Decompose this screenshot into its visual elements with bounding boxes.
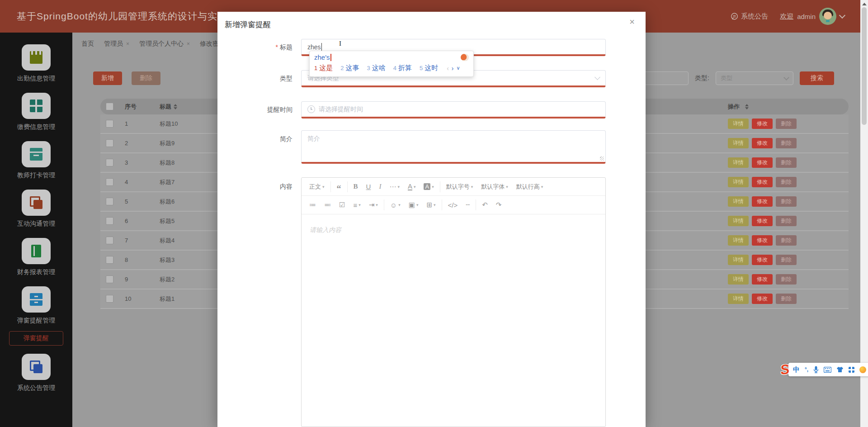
row-delete-button[interactable]: 删除 (776, 177, 797, 187)
edit-button[interactable]: 修改 (752, 274, 773, 285)
row-checkbox[interactable] (106, 256, 113, 264)
edit-button[interactable]: 修改 (752, 138, 773, 148)
sogou-logo-icon[interactable]: S (779, 362, 790, 377)
delete-button[interactable]: 删除 (132, 71, 160, 85)
skin-icon[interactable] (836, 366, 844, 373)
detail-button[interactable]: 详情 (728, 138, 749, 148)
sidebar-submenu-item-active[interactable]: 弹窗提醒 (9, 331, 63, 346)
toolbox-icon[interactable] (849, 367, 854, 373)
row-delete-button[interactable]: 删除 (776, 138, 797, 148)
sort-icon[interactable] (174, 104, 177, 109)
sidebar-item[interactable]: 弹窗提醒管理 (0, 286, 72, 325)
punctuation-icon[interactable]: °, (805, 366, 808, 373)
tab-close-icon[interactable]: × (187, 41, 190, 47)
sidebar-item[interactable]: 教师打卡管理 (0, 141, 72, 180)
edit-button[interactable]: 修改 (752, 119, 773, 129)
row-delete-button[interactable]: 删除 (776, 157, 797, 168)
tab-管理员个人中心[interactable]: 管理员个人中心× (139, 40, 190, 48)
editor-todo-list-icon[interactable]: ☑ (335, 201, 349, 209)
close-icon[interactable]: × (629, 17, 635, 26)
row-checkbox[interactable] (106, 275, 113, 283)
tab-管理员[interactable]: 管理员× (104, 40, 129, 48)
row-checkbox[interactable] (106, 198, 113, 205)
editor-undo-icon[interactable]: ↶ (478, 201, 492, 209)
edit-button[interactable]: 修改 (752, 235, 773, 246)
sidebar-item[interactable]: 出勤信息管理 (0, 44, 72, 83)
edit-button[interactable]: 修改 (752, 157, 773, 168)
sidebar-item[interactable]: 缴费信息管理 (0, 93, 72, 131)
editor-bullet-list-icon[interactable]: ≔ (305, 201, 320, 209)
row-checkbox[interactable] (106, 159, 113, 166)
editor-align-icon[interactable]: ≡▾ (349, 201, 364, 209)
detail-button[interactable]: 详情 (728, 177, 749, 187)
editor-ordered-list-icon[interactable]: ≕ (320, 201, 335, 209)
keyboard-icon[interactable] (824, 367, 831, 373)
resize-handle[interactable] (600, 157, 604, 161)
editor-bg-color-icon[interactable]: A▾ (420, 183, 438, 190)
add-button[interactable]: 新增 (93, 71, 122, 85)
detail-button[interactable]: 详情 (728, 216, 749, 226)
editor-code-icon[interactable]: </> (444, 201, 462, 209)
editor-quote-icon[interactable]: “ (333, 182, 345, 191)
microphone-icon[interactable] (813, 366, 819, 373)
editor-divider-icon[interactable]: ╌ (462, 201, 474, 209)
edit-button[interactable]: 修改 (752, 196, 773, 207)
ime-candidate[interactable]: 1这是 (314, 64, 333, 72)
edit-button[interactable]: 修改 (752, 177, 773, 187)
editor-indent-icon[interactable]: ⇥▾ (365, 201, 382, 209)
sidebar-item[interactable]: 财务报表管理 (0, 238, 72, 276)
editor-image-icon[interactable]: ▣▾ (405, 201, 423, 209)
editor-paragraph-style-button[interactable]: 正文▾ (305, 183, 329, 191)
row-delete-button[interactable]: 删除 (776, 196, 797, 207)
detail-button[interactable]: 详情 (728, 294, 749, 304)
intro-textarea[interactable]: 简介 (301, 130, 606, 164)
sidebar-item[interactable]: 系统公告管理 (0, 354, 72, 392)
search-button[interactable]: 搜索 (800, 71, 834, 85)
editor-more-styles-icon[interactable]: ⋯▾ (385, 183, 404, 191)
editor-underline-icon[interactable]: U (362, 183, 375, 190)
chinese-mode-icon[interactable]: 中 (793, 365, 800, 374)
row-checkbox[interactable] (106, 217, 113, 225)
system-announcement-link[interactable]: 系统公告 (731, 12, 768, 21)
header-actions[interactable]: 操作 (728, 103, 849, 111)
emoji-icon[interactable] (859, 366, 866, 373)
row-checkbox[interactable] (106, 295, 113, 303)
scrollbar-thumb[interactable] (862, 7, 867, 125)
editor-emoji-icon[interactable]: ☺▾ (386, 201, 405, 209)
sidebar-item[interactable]: 互动沟通管理 (0, 190, 72, 228)
ime-candidate[interactable]: 2这事 (340, 64, 359, 72)
ime-expand-icon[interactable]: ∨ (457, 65, 460, 71)
editor-table-icon[interactable]: ⊞▾ (422, 201, 439, 209)
editor-italic-icon[interactable]: I (375, 183, 385, 190)
ime-prev-page-icon[interactable]: ‹ (447, 65, 449, 72)
tab-close-icon[interactable]: × (126, 41, 129, 47)
editor-font-size-button[interactable]: 默认字号▾ (442, 183, 477, 191)
detail-button[interactable]: 详情 (728, 255, 749, 265)
edit-button[interactable]: 修改 (752, 294, 773, 304)
editor-bold-icon[interactable]: B (349, 183, 362, 190)
row-checkbox[interactable] (106, 120, 113, 128)
editor-content-area[interactable]: 请输入内容 (302, 214, 605, 427)
search-type-select[interactable]: 类型 (716, 71, 793, 85)
avatar[interactable] (819, 8, 836, 25)
edit-button[interactable]: 修改 (752, 216, 773, 226)
select-all-checkbox[interactable] (106, 103, 113, 110)
tab-首页[interactable]: 首页 (81, 40, 94, 48)
row-delete-button[interactable]: 删除 (776, 255, 797, 265)
row-delete-button[interactable]: 删除 (776, 216, 797, 226)
row-delete-button[interactable]: 删除 (776, 294, 797, 304)
ime-candidate[interactable]: 5这时 (420, 64, 438, 72)
editor-redo-icon[interactable]: ↷ (492, 201, 506, 209)
editor-line-height-button[interactable]: 默认行高▾ (512, 183, 547, 191)
detail-button[interactable]: 详情 (728, 157, 749, 168)
row-checkbox[interactable] (106, 178, 113, 186)
detail-button[interactable]: 详情 (728, 119, 749, 129)
detail-button[interactable]: 详情 (728, 196, 749, 207)
ime-candidate[interactable]: 3这啥 (367, 64, 385, 72)
row-delete-button[interactable]: 删除 (776, 274, 797, 285)
ime-candidate[interactable]: 4折算 (393, 64, 412, 72)
edit-button[interactable]: 修改 (752, 255, 773, 265)
detail-button[interactable]: 详情 (728, 235, 749, 246)
scrollbar-up-arrow-icon[interactable] (862, 3, 867, 5)
reminder-time-input[interactable]: 请选择提醒时间 (301, 101, 606, 119)
